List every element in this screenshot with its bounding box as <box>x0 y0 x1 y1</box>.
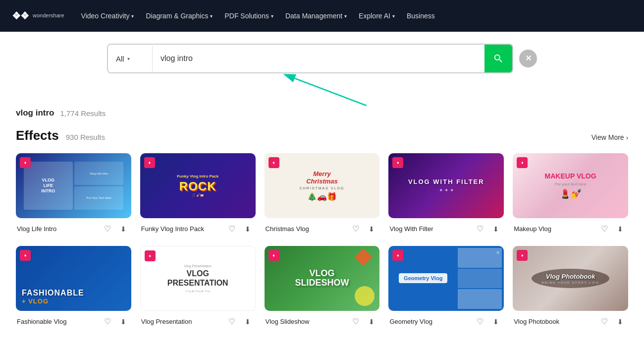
card-geometry-vlog[interactable]: ♦ ✕ Geometry Vlog Geometry Vlog <box>388 246 504 329</box>
card-title: Vlog Photobook <box>514 318 595 325</box>
premium-badge: ♦ <box>144 157 155 168</box>
download-button[interactable]: ⬇ <box>365 222 378 236</box>
card-title: Vlog With Filter <box>389 225 471 233</box>
nav-item-explore-ai[interactable]: Explore AI ▾ <box>354 8 400 24</box>
logo-icon: ❖❖ <box>12 10 29 22</box>
card-title: Funky Vlog Intro Pack <box>141 225 223 233</box>
heart-button[interactable]: ♡ <box>473 222 487 236</box>
card-title: Vlog Slideshow <box>266 318 347 325</box>
view-more-button[interactable]: View More › <box>591 133 628 141</box>
card-vlog-slideshow[interactable]: ♦ VLOGSLIDESHOW Vlog Slideshow ♡ ⬇ <box>265 246 380 329</box>
chevron-down-icon: ▾ <box>271 13 273 19</box>
heart-button[interactable]: ♡ <box>101 315 114 329</box>
chevron-right-icon: › <box>626 134 628 141</box>
results-header: vlog intro 1,774 Results <box>0 108 644 128</box>
effects-grid-row1: ♦ VLOGLIFEINTRO Vlog Life Intro Put Your… <box>16 153 628 236</box>
nav-item-data-management[interactable]: Data Management ▾ <box>280 8 352 24</box>
results-count: 1,774 Results <box>60 109 106 118</box>
card-fashionable-vlog[interactable]: ♦ FASHIONABLE + VLOG Fashionable Vlog ♡ … <box>16 246 131 329</box>
download-button[interactable]: ⬇ <box>613 222 627 236</box>
card-title: Vlog Life Intro <box>17 225 99 233</box>
card-makeup-vlog[interactable]: ♦ MAKEUP VLOG Put your text here 💄💅 Make… <box>513 153 628 236</box>
search-filter-select[interactable]: All ▾ <box>108 46 153 71</box>
heart-button[interactable]: ♡ <box>597 222 611 236</box>
download-button[interactable]: ⬇ <box>241 222 255 236</box>
heart-button[interactable]: ♡ <box>349 315 363 329</box>
chevron-down-icon: ▾ <box>131 13 134 19</box>
card-vlog-filter[interactable]: ♦ VLOG WITH FILTER ✦ ✦ ✦ Vlog With Filte… <box>388 153 504 236</box>
download-button[interactable]: ⬇ <box>489 315 503 329</box>
premium-badge: ♦ <box>20 250 31 261</box>
search-query-label: vlog intro <box>16 108 54 118</box>
logo-text: wondershare <box>33 12 64 19</box>
card-vlog-presentation[interactable]: ♦ Vlog Presentation VLOGPRESENTATION Vlo… <box>140 246 256 329</box>
premium-badge: ♦ <box>20 157 31 168</box>
card-title: Vlog Presentation <box>141 318 223 325</box>
chevron-down-icon: ▾ <box>210 13 213 19</box>
chevron-down-icon: ▾ <box>392 13 395 19</box>
heart-button[interactable]: ♡ <box>225 222 239 236</box>
search-area: All ▾ ✕ <box>0 32 644 108</box>
download-button[interactable]: ⬇ <box>613 315 627 329</box>
nav-item-business[interactable]: Business <box>402 8 440 24</box>
download-button[interactable]: ⬇ <box>241 315 255 329</box>
section-header: Effects 930 Results View More › <box>16 128 628 143</box>
close-icon: ✕ <box>525 55 532 62</box>
premium-badge: ♦ <box>517 250 528 261</box>
card-vlog-life-intro[interactable]: ♦ VLOGLIFEINTRO Vlog Life Intro Put Your… <box>16 153 131 236</box>
premium-badge: ♦ <box>517 157 528 168</box>
heart-button[interactable]: ♡ <box>225 315 239 329</box>
download-button[interactable]: ⬇ <box>365 315 378 329</box>
premium-badge: ♦ <box>268 250 279 261</box>
effects-section: Effects 930 Results View More › ♦ VLOGLI… <box>0 128 644 345</box>
section-title: Effects <box>16 128 59 143</box>
svg-line-1 <box>295 78 367 106</box>
search-clear-button[interactable]: ✕ <box>519 50 537 67</box>
premium-badge: ♦ <box>392 250 403 261</box>
section-count: 930 Results <box>66 133 105 141</box>
heart-button[interactable]: ♡ <box>473 315 487 329</box>
download-button[interactable]: ⬇ <box>116 315 130 329</box>
card-funky-vlog[interactable]: ♦ Funky Vlog Intro Pack ROCK 🎵 🎸 🥁 Funky… <box>140 153 256 236</box>
nav-item-video-creativity[interactable]: Video Creativity ▾ <box>76 8 139 24</box>
premium-badge: ♦ <box>145 250 156 261</box>
search-button[interactable] <box>484 45 512 72</box>
card-title: Fashionable Vlog <box>17 318 99 325</box>
heart-button[interactable]: ♡ <box>597 315 611 329</box>
premium-badge: ♦ <box>268 157 279 168</box>
logo-area[interactable]: ❖❖ wondershare <box>12 10 64 22</box>
nav-item-pdf-solutions[interactable]: PDF Solutions ▾ <box>219 8 278 24</box>
effects-grid-row2: ♦ FASHIONABLE + VLOG Fashionable Vlog ♡ … <box>16 246 628 329</box>
main-nav: ❖❖ wondershare Video Creativity ▾ Diagra… <box>0 0 644 32</box>
heart-button[interactable]: ♡ <box>101 222 114 236</box>
chevron-down-icon: ▾ <box>127 56 130 61</box>
card-title: Geometry Vlog <box>389 318 471 325</box>
premium-badge: ♦ <box>392 157 403 168</box>
nav-item-diagram-graphics[interactable]: Diagram & Graphics ▾ <box>141 8 217 24</box>
card-title: Christmas Vlog <box>266 225 347 233</box>
download-button[interactable]: ⬇ <box>116 222 130 236</box>
download-button[interactable]: ⬇ <box>489 222 503 236</box>
card-title: Makeup Vlog <box>514 225 595 233</box>
annotation-arrow <box>119 73 525 108</box>
search-input[interactable] <box>153 46 484 71</box>
search-bar: All ▾ <box>107 44 513 73</box>
card-vlog-photobook[interactable]: ♦ Vlog Photobook BRING YOUR STORY LIFE V… <box>513 246 628 329</box>
heart-button[interactable]: ♡ <box>349 222 363 236</box>
card-christmas-vlog[interactable]: ♦ MerryChristmas CHRISTMAS VLOG 🎄🚗🎁 Chri… <box>265 153 380 236</box>
chevron-down-icon: ▾ <box>344 13 347 19</box>
search-icon <box>493 53 504 64</box>
